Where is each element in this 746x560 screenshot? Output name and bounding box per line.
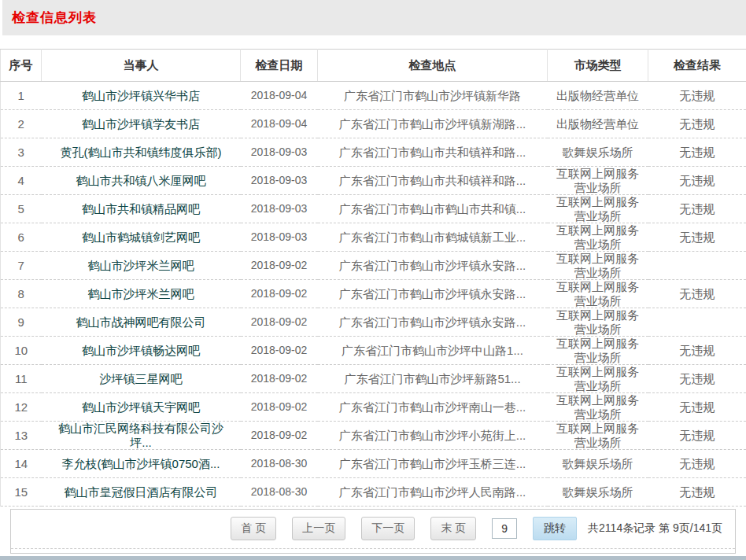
prev-page-button[interactable]: 上一页 (292, 517, 345, 540)
inspect-location: 广东省江门市鹤山市沙坪小苑街上... (318, 422, 548, 450)
table-header: 序号 当事人 检查日期 检查地点 市场类型 检查结果 (1, 50, 746, 82)
inspect-result: 无违规 (648, 82, 746, 110)
party-name-link[interactable]: 鹤山市沙坪米兰网吧 (42, 252, 241, 280)
party-name-link[interactable]: 鹤山市沙坪镇兴华书店 (42, 82, 241, 110)
table-row: 14 李允枝(鹤山市沙坪镇0750酒... 2018-08-30 广东省江门市鹤… (1, 450, 746, 478)
party-name-link[interactable]: 鹤山市沙坪镇天宇网吧 (42, 393, 241, 422)
inspect-date: 2018-09-03 (241, 138, 318, 167)
inspect-result (648, 308, 746, 337)
market-type: 出版物经营单位 (548, 110, 648, 138)
inspect-result: 无违规 (648, 393, 746, 422)
header-inspect-date: 检查日期 (241, 50, 318, 82)
table-row: 1 鹤山市沙坪镇兴华书店 2018-09-04 广东省江门市鹤山市沙坪镇新华路 … (1, 82, 746, 110)
row-serial-no: 8 (1, 280, 42, 308)
market-type: 歌舞娱乐场所 (548, 478, 648, 507)
inspect-location: 广东省江门市鹤山市鹤山市共和镇... (318, 195, 548, 223)
table-row: 6 鹤山市鹤城镇剑艺网吧 2018-09-03 广东省江门市鹤山市鹤城镇新工业.… (1, 223, 746, 252)
market-type: 歌舞娱乐场所 (548, 450, 648, 478)
table-row: 4 鹤山市共和镇八米厘网吧 2018-09-03 广东省江门市鹤山市共和镇祥和路… (1, 167, 746, 195)
inspect-date: 2018-08-30 (241, 450, 318, 478)
row-serial-no: 11 (1, 365, 42, 393)
pagination-container: 首 页 上一页 下一页 末 页 跳转 共2114条记录 第 9页/141页 (10, 509, 736, 554)
table-row: 5 鹤山市共和镇精品网吧 2018-09-03 广东省江门市鹤山市鹤山市共和镇.… (1, 195, 746, 223)
table-row: 8 鹤山市沙坪米兰网吧 2018-09-02 广东省江门市鹤山市沙坪镇永安路..… (1, 280, 746, 308)
inspect-location: 广东省江门市鹤山市共和镇祥和路... (318, 167, 548, 195)
row-serial-no: 14 (1, 450, 42, 478)
inspect-location: 广东省江门市鹤山市沙坪人民南路... (318, 478, 548, 507)
inspect-location: 广东省江门市鹤山市沙坪镇新湖路... (318, 110, 548, 138)
first-page-button[interactable]: 首 页 (231, 517, 276, 540)
inspect-result (648, 252, 746, 280)
inspect-location: 广东省江门市鹤山市沙坪镇永安路... (318, 252, 548, 280)
inspect-location: 广东省江门市鹤山市共和镇祥和路... (318, 138, 548, 167)
party-name-link[interactable]: 鹤山市沙坪镇畅达网吧 (42, 337, 241, 365)
party-name-link[interactable]: 李允枝(鹤山市沙坪镇0750酒... (42, 450, 241, 478)
last-page-button[interactable]: 末 页 (430, 517, 476, 540)
row-serial-no: 7 (1, 252, 42, 280)
inspect-location: 广东省江门市鹤山市沙坪中山路1... (318, 337, 548, 365)
market-type: 互联网上网服务营业场所 (548, 365, 648, 393)
inspect-location: 广东省江门市鹤山市沙坪新路51... (318, 365, 548, 393)
party-name-link[interactable]: 黄孔(鹤山市共和镇纬度俱乐部) (42, 138, 241, 167)
market-type: 出版物经营单位 (548, 82, 648, 110)
market-type: 互联网上网服务营业场所 (548, 337, 648, 365)
header-serial-no: 序号 (1, 50, 42, 82)
party-name-link[interactable]: 鹤山市皇冠假日酒店有限公司 (42, 478, 241, 507)
inspect-result: 无违规 (648, 167, 746, 195)
header-result: 检查结果 (648, 50, 746, 82)
inspect-date: 2018-09-03 (241, 223, 318, 252)
inspect-result: 无违规 (648, 138, 746, 167)
table-row: 15 鹤山市皇冠假日酒店有限公司 2018-08-30 广东省江门市鹤山市沙坪人… (1, 478, 746, 507)
table-row: 3 黄孔(鹤山市共和镇纬度俱乐部) 2018-09-03 广东省江门市鹤山市共和… (1, 138, 746, 167)
inspect-date: 2018-09-03 (241, 195, 318, 223)
inspect-date: 2018-09-02 (241, 337, 318, 365)
party-name-link[interactable]: 鹤山市共和镇八米厘网吧 (42, 167, 241, 195)
inspect-result: 无违规 (648, 365, 746, 393)
table-row: 2 鹤山市沙坪镇学友书店 2018-09-04 广东省江门市鹤山市沙坪镇新湖路.… (1, 110, 746, 138)
row-serial-no: 3 (1, 138, 42, 167)
title-bar: 检查信息列表 (0, 0, 746, 35)
inspection-table: 序号 当事人 检查日期 检查地点 市场类型 检查结果 1 鹤山市沙坪镇兴华书店 … (0, 49, 746, 507)
market-type: 歌舞娱乐场所 (548, 138, 648, 167)
party-name-link[interactable]: 鹤山市沙坪米兰网吧 (42, 280, 241, 308)
page-title: 检查信息列表 (12, 9, 97, 27)
inspect-date: 2018-09-02 (241, 280, 318, 308)
inspect-location: 广东省江门市鹤山市沙坪玉桥三连... (318, 450, 548, 478)
table-row: 12 鹤山市沙坪镇天宇网吧 2018-09-02 广东省江门市鹤山市沙坪南山一巷… (1, 393, 746, 422)
market-type: 互联网上网服务营业场所 (548, 223, 648, 252)
row-serial-no: 12 (1, 393, 42, 422)
inspect-result: 无违规 (648, 223, 746, 252)
page-number-input[interactable] (492, 518, 517, 539)
row-serial-no: 5 (1, 195, 42, 223)
inspect-location: 广东省江门市鹤山市沙坪镇永安路... (318, 308, 548, 337)
inspect-result: 无违规 (648, 195, 746, 223)
inspect-result: 无违规 (648, 478, 746, 507)
inspect-date: 2018-09-02 (241, 365, 318, 393)
inspect-location: 广东省江门市鹤山市沙坪镇永安路... (318, 280, 548, 308)
header-market-type: 市场类型 (548, 50, 648, 82)
jump-button[interactable]: 跳转 (533, 517, 577, 540)
party-name-link[interactable]: 鹤山市共和镇精品网吧 (42, 195, 241, 223)
party-name-link[interactable]: 鹤山市汇民网络科技有限公司沙坪... (42, 422, 241, 450)
party-name-link[interactable]: 鹤山市鹤城镇剑艺网吧 (42, 223, 241, 252)
row-serial-no: 6 (1, 223, 42, 252)
table-row: 11 沙坪镇三星网吧 2018-09-02 广东省江门市鹤山市沙坪新路51...… (1, 365, 746, 393)
inspect-date: 2018-09-02 (241, 252, 318, 280)
table-row: 13 鹤山市汇民网络科技有限公司沙坪... 2018-09-02 广东省江门市鹤… (1, 422, 746, 450)
inspect-date: 2018-09-04 (241, 82, 318, 110)
footer-divider-bar (0, 556, 746, 560)
pagination-row: 首 页 上一页 下一页 末 页 跳转 共2114条记录 第 9页/141页 (11, 510, 735, 549)
inspect-date: 2018-09-03 (241, 167, 318, 195)
table-row: 9 鹤山市战神网吧有限公司 2018-09-02 广东省江门市鹤山市沙坪镇永安路… (1, 308, 746, 337)
inspect-date: 2018-09-02 (241, 393, 318, 422)
party-name-link[interactable]: 鹤山市战神网吧有限公司 (42, 308, 241, 337)
row-serial-no: 2 (1, 110, 42, 138)
record-summary: 共2114条记录 第 9页/141页 (588, 521, 722, 536)
inspect-location: 广东省江门市鹤山市沙坪南山一巷... (318, 393, 548, 422)
party-name-link[interactable]: 鹤山市沙坪镇学友书店 (42, 110, 241, 138)
inspect-date: 2018-08-30 (241, 478, 318, 507)
inspect-result: 无违规 (648, 450, 746, 478)
party-name-link[interactable]: 沙坪镇三星网吧 (42, 365, 241, 393)
inspect-result: 无违规 (648, 337, 746, 365)
next-page-button[interactable]: 下一页 (361, 517, 415, 540)
